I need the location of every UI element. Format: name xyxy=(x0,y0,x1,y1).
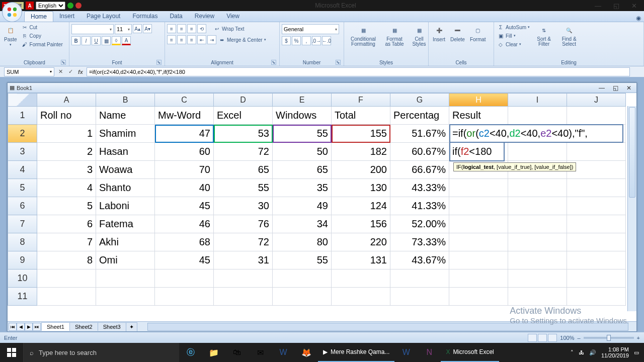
cell-C8[interactable]: 68 xyxy=(155,233,214,251)
cell-F6[interactable]: 124 xyxy=(332,197,390,215)
cell-B9[interactable]: Omi xyxy=(96,251,155,269)
copy-button[interactable]: ⎘Copy xyxy=(20,32,64,40)
ribbon-tab-formulas[interactable]: Formulas xyxy=(126,11,164,22)
cell-D9[interactable]: 31 xyxy=(214,251,273,269)
inc-decimal-button[interactable]: .0→ xyxy=(312,36,321,45)
cell-C2[interactable]: 47 xyxy=(155,125,214,143)
close-button[interactable]: ✕ xyxy=(626,2,642,10)
cell-F8[interactable]: 220 xyxy=(332,233,390,251)
cell-G2[interactable]: 51.67% xyxy=(390,125,449,143)
tray-notifications-icon[interactable]: ▭ xyxy=(634,349,639,356)
clear-button[interactable]: ◇Clear▾ xyxy=(496,40,531,48)
cell-F9[interactable]: 131 xyxy=(332,251,390,269)
cell-I1[interactable] xyxy=(508,107,567,125)
row-header-7[interactable]: 7 xyxy=(8,215,37,233)
align-right-button[interactable]: ≡ xyxy=(187,35,196,44)
cell-J1[interactable] xyxy=(567,107,626,125)
col-header-D[interactable]: D xyxy=(214,94,273,107)
start-button[interactable] xyxy=(0,343,23,362)
cell-C9[interactable]: 45 xyxy=(155,251,214,269)
indent-inc-button[interactable]: ⇥ xyxy=(207,35,216,44)
paste-button[interactable]: 📋Paste▾ xyxy=(2,23,19,48)
cell-F5[interactable]: 130 xyxy=(332,179,390,197)
ribbon-tab-review[interactable]: Review xyxy=(189,11,220,22)
ribbon-tab-page-layout[interactable]: Page Layout xyxy=(80,11,126,22)
office-button[interactable] xyxy=(2,2,22,22)
task-firefox[interactable]: 🦊 xyxy=(295,343,318,362)
row-header-4[interactable]: 4 xyxy=(8,161,37,179)
col-header-G[interactable]: G xyxy=(390,94,449,107)
format-cells-button[interactable]: ▢Format xyxy=(468,23,488,43)
comma-button[interactable]: , xyxy=(302,36,311,45)
fx-button[interactable]: fx xyxy=(76,68,85,76)
task-mail[interactable]: ✉ xyxy=(249,343,272,362)
cell-I5[interactable] xyxy=(508,179,567,197)
align-bottom-button[interactable]: ≡ xyxy=(187,24,196,33)
align-middle-button[interactable]: ≡ xyxy=(177,24,186,33)
horizontal-scrollbar[interactable] xyxy=(147,323,628,331)
row-header-1[interactable]: 1 xyxy=(8,107,37,125)
conditional-formatting-button[interactable]: ▦Conditional Formatting xyxy=(346,23,380,48)
align-center-button[interactable]: ≡ xyxy=(177,35,186,44)
view-normal-button[interactable] xyxy=(528,334,537,342)
task-word2[interactable]: W xyxy=(394,343,418,362)
cell-E3[interactable]: 50 xyxy=(273,143,332,161)
cell-D10[interactable] xyxy=(214,269,273,288)
cell-E4[interactable]: 65 xyxy=(273,161,332,179)
cell-A4[interactable]: 3 xyxy=(37,161,96,179)
vertical-scrollbar[interactable] xyxy=(627,106,636,311)
cell-J9[interactable] xyxy=(567,251,626,269)
autosum-button[interactable]: ΣAutoSum▾ xyxy=(496,23,531,31)
merge-center-button[interactable]: ⬌Merge & Center▾ xyxy=(217,35,267,44)
task-edge[interactable]: ⓔ xyxy=(179,343,202,362)
cell-B6[interactable]: Laboni xyxy=(96,197,155,215)
cell-B8[interactable]: Akhi xyxy=(96,233,155,251)
task-store[interactable]: 🛍 xyxy=(225,343,249,362)
insert-cells-button[interactable]: ➕Insert xyxy=(431,23,447,43)
tray-up-icon[interactable]: ˄ xyxy=(571,349,574,356)
cell-A3[interactable]: 2 xyxy=(37,143,96,161)
lang-badge-3[interactable]: A xyxy=(26,2,34,10)
cut-button[interactable]: ✂Cut xyxy=(20,23,64,31)
col-header-E[interactable]: E xyxy=(273,94,332,107)
new-sheet-button[interactable]: ✦ xyxy=(126,322,137,331)
sort-filter-button[interactable]: ⇅Sort & Filter xyxy=(532,23,556,48)
cell-G5[interactable]: 43.33% xyxy=(390,179,449,197)
wrap-text-button[interactable]: ↩Wrap Text xyxy=(212,24,246,33)
cell-F10[interactable] xyxy=(332,269,390,288)
sheet-nav-next[interactable]: ▶ xyxy=(25,323,33,331)
cell-D4[interactable]: 65 xyxy=(214,161,273,179)
ribbon-tab-view[interactable]: View xyxy=(220,11,246,22)
cell-H1[interactable]: Result xyxy=(449,107,508,125)
zoom-in-button[interactable]: + xyxy=(637,335,640,341)
row-header-5[interactable]: 5 xyxy=(8,179,37,197)
cell-A5[interactable]: 4 xyxy=(37,179,96,197)
font-color-button[interactable]: A xyxy=(122,36,131,45)
cell-edit-overlay-2[interactable]: if(f2<180 xyxy=(449,143,505,161)
cell-C5[interactable]: 40 xyxy=(155,179,214,197)
ribbon-tab-home[interactable]: Home xyxy=(24,11,53,22)
format-as-table-button[interactable]: ▦Format as Table xyxy=(381,23,408,48)
cell-E11[interactable] xyxy=(273,288,332,306)
task-excel[interactable]: XMicrosoft Excel xyxy=(441,343,499,362)
cell-G7[interactable]: 52.00% xyxy=(390,215,449,233)
cell-E6[interactable]: 49 xyxy=(273,197,332,215)
cell-E8[interactable]: 80 xyxy=(273,233,332,251)
cell-A8[interactable]: 7 xyxy=(37,233,96,251)
cell-styles-button[interactable]: ▦Cell Styles xyxy=(409,23,430,48)
cell-A7[interactable]: 6 xyxy=(37,215,96,233)
cell-B3[interactable]: Hasan xyxy=(96,143,155,161)
view-layout-button[interactable] xyxy=(538,334,547,342)
wb-close-button[interactable]: ✕ xyxy=(623,84,634,92)
cell-F2[interactable]: 155 xyxy=(332,125,390,143)
cell-G9[interactable]: 43.67% xyxy=(390,251,449,269)
tray-network-icon[interactable]: 🖧 xyxy=(579,349,584,355)
indent-dec-button[interactable]: ⇤ xyxy=(197,35,206,44)
cell-G3[interactable]: 60.67% xyxy=(390,143,449,161)
cell-G10[interactable] xyxy=(390,269,449,288)
cell-H8[interactable] xyxy=(449,233,508,251)
language-select[interactable]: English xyxy=(36,2,65,10)
system-tray[interactable]: ˄ 🖧 🔊 1:08 PM11/20/2019 ▭ xyxy=(566,346,644,358)
col-header-C[interactable]: C xyxy=(155,94,214,107)
wb-maximize-button[interactable]: ◱ xyxy=(610,84,621,92)
